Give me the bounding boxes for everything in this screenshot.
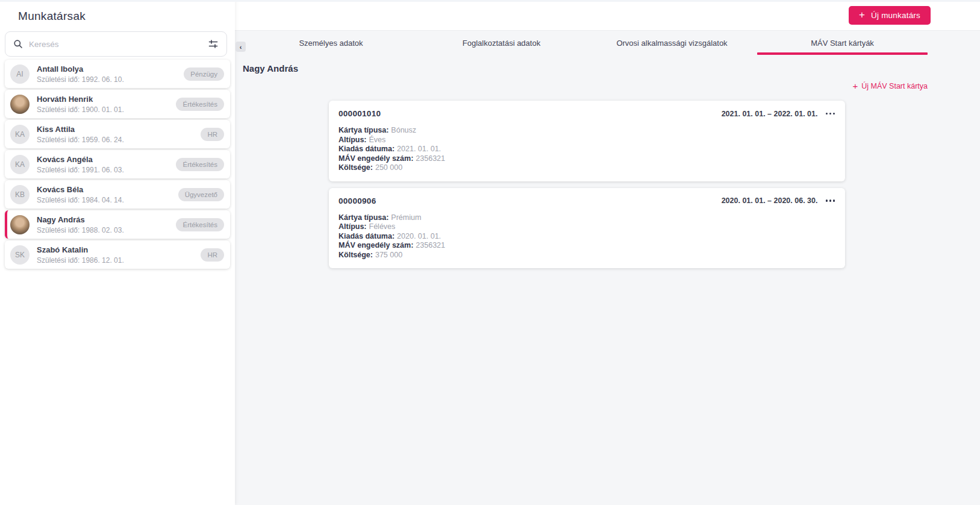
plus-icon: + <box>852 81 858 91</box>
plus-icon: + <box>859 9 865 21</box>
collapse-sidebar-button[interactable]: ‹ <box>236 42 246 52</box>
card-field-row: Altípus:Éves <box>339 136 835 145</box>
main-panel: ‹ + Új munkatárs Személyes adatok Foglal… <box>235 0 980 505</box>
field-value: Féléves <box>369 222 396 231</box>
mav-card: 00000906 2020. 01. 01. – 2020. 06. 30. K… <box>329 188 845 269</box>
field-label: Kártya típusa: <box>339 126 389 134</box>
tab[interactable]: Orvosi alkalmassági vizsgálatok <box>587 31 757 55</box>
employee-name: Antall Ibolya <box>37 64 184 74</box>
new-mav-card-label: Új MÁV Start kártya <box>861 82 928 90</box>
field-value: Éves <box>369 136 386 144</box>
field-label: Altípus: <box>339 136 367 144</box>
employee-text: Nagy András Születési idő: 1988. 02. 03. <box>37 215 176 234</box>
department-badge: Pénzügy <box>184 67 224 81</box>
card-menu-icon[interactable] <box>825 198 836 204</box>
card-fields: Kártya típusa:Prémium Altípus:Féléves Ki… <box>339 213 835 260</box>
new-mav-card-button[interactable]: +Új MÁV Start kártya <box>852 81 928 91</box>
employee-list-item[interactable]: KA Kovács Angéla Születési idő: 1991. 06… <box>5 150 230 178</box>
employee-name: Kovács Angéla <box>37 155 176 164</box>
field-value: 2020. 01. 01. <box>397 232 441 240</box>
employee-text: Szabó Katalin Születési idő: 1986. 12. 0… <box>37 245 201 265</box>
employee-birth-date: Születési idő: 1991. 06. 03. <box>37 166 176 174</box>
employee-text: Antall Ibolya Születési idő: 1992. 06. 1… <box>37 64 184 84</box>
tab-label: Foglalkoztatási adatok <box>463 39 540 48</box>
field-label: MÁV engedély szám: <box>339 241 413 249</box>
card-validity-dates: 2020. 01. 01. – 2020. 06. 30. <box>722 196 818 205</box>
field-label: Kártya típusa: <box>339 213 389 222</box>
card-validity-dates: 2021. 01. 01. – 2022. 01. 01. <box>722 110 818 118</box>
new-employee-label: Új munkatárs <box>871 11 920 20</box>
search-input[interactable] <box>29 40 207 49</box>
department-badge: HR <box>201 248 224 262</box>
card-field-row: Kártya típusa:Prémium <box>339 213 835 223</box>
field-label: MÁV engedély szám: <box>339 154 413 163</box>
employee-list-item[interactable]: KA Kiss Attila Születési idő: 1959. 06. … <box>5 120 230 148</box>
card-header: 000001010 2021. 01. 01. – 2022. 01. 01. <box>339 109 835 118</box>
page-title: Munkatársak <box>18 10 235 23</box>
employee-sidebar: Munkatársak AI Antall Ibolya Születési i… <box>0 0 235 505</box>
department-badge: Értékesítés <box>176 98 224 111</box>
employee-avatar <box>10 95 30 114</box>
card-field-row: Kártya típusa:Bónusz <box>339 126 835 136</box>
employee-text: Kovács Béla Születési idő: 1984. 04. 14. <box>37 185 178 204</box>
employee-text: Kiss Attila Születési idő: 1959. 06. 24. <box>37 125 201 144</box>
selected-employee-name: Nagy András <box>243 63 980 74</box>
employee-list-item[interactable]: Horváth Henrik Születési idő: 1900. 01. … <box>5 90 230 118</box>
field-value: 2356321 <box>416 241 445 249</box>
employee-avatar <box>10 215 30 234</box>
card-number: 00000906 <box>339 196 722 205</box>
tab-label: MÁV Start kártyák <box>811 39 874 48</box>
department-badge: Értékesítés <box>176 218 224 231</box>
card-menu-icon[interactable] <box>825 111 836 117</box>
field-value: 375 000 <box>375 251 402 259</box>
field-label: Kiadás dátuma: <box>339 145 395 153</box>
employee-list-item[interactable]: Nagy András Születési idő: 1988. 02. 03.… <box>5 210 230 239</box>
card-field-row: Kiadás dátuma:2020. 01. 01. <box>339 232 835 242</box>
tab[interactable]: MÁV Start kártyák <box>757 31 928 55</box>
new-card-row: +Új MÁV Start kártya <box>235 80 980 91</box>
field-value: 250 000 <box>375 163 402 172</box>
card-field-row: Költsége:375 000 <box>339 251 835 260</box>
search-box <box>5 31 227 57</box>
card-header: 00000906 2020. 01. 01. – 2020. 06. 30. <box>339 196 835 205</box>
field-label: Kiadás dátuma: <box>339 232 395 240</box>
employee-avatar: AI <box>10 64 30 84</box>
card-field-row: MÁV engedély szám:2356321 <box>339 241 835 251</box>
tab-label: Személyes adatok <box>299 39 363 48</box>
employee-avatar: KB <box>10 185 30 204</box>
tab[interactable]: Foglalkoztatási adatok <box>416 31 587 55</box>
employee-birth-date: Születési idő: 1988. 02. 03. <box>37 226 176 234</box>
employee-list-item[interactable]: KB Kovács Béla Születési idő: 1984. 04. … <box>5 180 230 209</box>
detail-tabs: Személyes adatok Foglalkoztatási adatok … <box>235 31 980 55</box>
field-label: Költsége: <box>339 163 373 172</box>
card-field-row: Kiadás dátuma:2021. 01. 01. <box>339 145 835 154</box>
field-value: 2356321 <box>416 154 445 163</box>
mav-card: 000001010 2021. 01. 01. – 2022. 01. 01. … <box>329 101 845 181</box>
employee-text: Kovács Angéla Születési idő: 1991. 06. 0… <box>37 155 176 174</box>
new-employee-button[interactable]: + Új munkatárs <box>849 6 931 25</box>
card-field-row: Költsége:250 000 <box>339 163 835 173</box>
main-toolbar: + Új munkatárs <box>235 0 980 31</box>
employee-avatar: KA <box>10 155 30 174</box>
card-number: 000001010 <box>339 109 722 118</box>
employee-birth-date: Születési idő: 1900. 01. 01. <box>37 105 176 114</box>
field-label: Költsége: <box>339 251 373 259</box>
tab[interactable]: Személyes adatok <box>246 31 416 55</box>
employee-list-item[interactable]: SK Szabó Katalin Születési idő: 1986. 12… <box>5 240 230 269</box>
employee-birth-date: Születési idő: 1959. 06. 24. <box>37 136 201 144</box>
employee-avatar: KA <box>10 125 30 144</box>
employee-birth-date: Születési idő: 1986. 12. 01. <box>37 256 201 265</box>
card-fields: Kártya típusa:Bónusz Altípus:Éves Kiadás… <box>339 126 835 173</box>
tab-label: Orvosi alkalmassági vizsgálatok <box>616 39 727 48</box>
employee-name: Horváth Henrik <box>37 95 176 104</box>
mav-card-list: 000001010 2021. 01. 01. – 2022. 01. 01. … <box>329 101 845 268</box>
employee-name: Kiss Attila <box>37 125 201 134</box>
employee-list-item[interactable]: AI Antall Ibolya Születési idő: 1992. 06… <box>5 60 230 88</box>
card-field-row: Altípus:Féléves <box>339 222 835 232</box>
employee-list: AI Antall Ibolya Születési idő: 1992. 06… <box>5 60 230 269</box>
department-badge: HR <box>201 128 224 141</box>
field-value: Bónusz <box>391 126 416 134</box>
field-value: Prémium <box>391 213 421 222</box>
filter-icon[interactable] <box>207 38 219 50</box>
employee-name: Kovács Béla <box>37 185 178 194</box>
